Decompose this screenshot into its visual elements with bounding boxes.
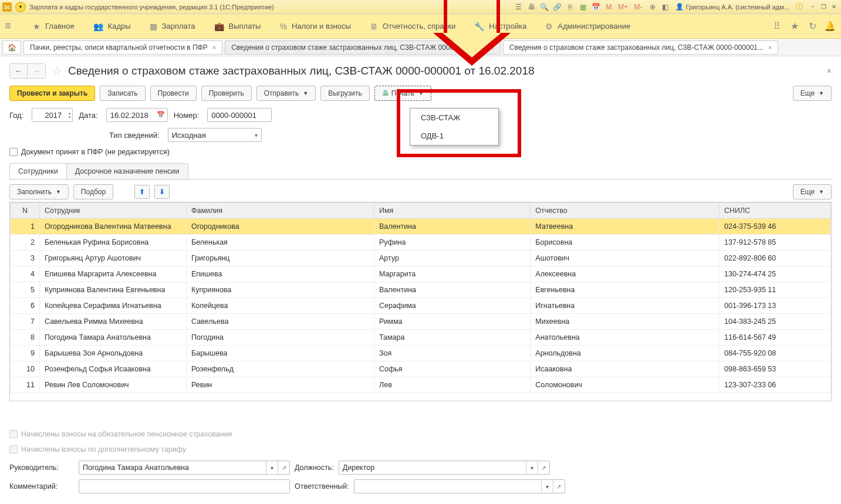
menu-nastroika[interactable]: 🔧Настройка: [465, 14, 536, 38]
tab-szv2[interactable]: Сведения о страховом стаже застрахованны…: [503, 40, 779, 55]
favorite-icon[interactable]: ☆: [52, 64, 62, 78]
tab-pfr[interactable]: Пачки, реестры, описи квартальной отчетн…: [23, 40, 222, 55]
table-row[interactable]: 5 Куприянова Валентина Евгеньевна Куприя…: [11, 282, 831, 298]
table-row[interactable]: 4 Епишева Маргарита Алексеевна Епишева М…: [11, 266, 831, 282]
move-down-button[interactable]: ⬇: [154, 185, 170, 199]
fill-button[interactable]: Заполнить▼: [9, 184, 69, 199]
col-snils[interactable]: СНИЛС: [720, 203, 831, 219]
table-row[interactable]: 1 Огородникова Валентина Матвеевна Огоро…: [11, 219, 831, 235]
back-button[interactable]: ←: [10, 64, 28, 78]
mplus-icon[interactable]: M+: [617, 2, 630, 12]
post-and-close-button[interactable]: Провести и закрыть: [9, 86, 95, 101]
bell-icon[interactable]: 🔔: [823, 20, 836, 33]
tab-pension[interactable]: Досрочное назначение пенсии: [66, 163, 188, 179]
save-button[interactable]: Записать: [100, 86, 145, 101]
minimize-icon[interactable]: −: [808, 3, 818, 11]
menu-kadry[interactable]: 👥Кадры: [84, 14, 140, 38]
calc-icon[interactable]: ▦: [578, 2, 589, 12]
table-row[interactable]: 8 Погодина Тамара Анатольевна Погодина Т…: [11, 330, 831, 346]
print-odv1[interactable]: ОДВ-1: [410, 127, 498, 145]
close-icon[interactable]: ×: [212, 44, 216, 51]
employees-table[interactable]: N Сотрудник Фамилия Имя Отчество СНИЛС 1…: [9, 202, 832, 401]
tab-employees[interactable]: Сотрудники: [9, 163, 67, 179]
close-icon[interactable]: ×: [768, 44, 772, 51]
print-button[interactable]: 🖶Печать▼: [374, 86, 431, 101]
bottom-form: Начислены взносы на обязательное пенсион…: [9, 430, 832, 498]
open-icon[interactable]: ↗: [538, 461, 549, 474]
number-field[interactable]: 0000-000001: [207, 108, 272, 122]
info-icon[interactable]: ⓘ: [794, 2, 805, 12]
table-row[interactable]: 10 Розенфельд Софья Исааковна Розенфельд…: [11, 361, 831, 377]
responsible-field[interactable]: ▾↗: [354, 479, 565, 493]
user-section[interactable]: 👤 Григорьянц А.А. (системный адм...: [675, 3, 789, 11]
m-icon[interactable]: M: [604, 2, 614, 12]
year-field[interactable]: 2017: [32, 108, 73, 122]
send-button[interactable]: Отправить▼: [256, 86, 316, 101]
type-select[interactable]: Исходная: [168, 128, 262, 142]
chevron-down-icon[interactable]: ▾: [266, 461, 278, 474]
close-icon[interactable]: ×: [490, 44, 494, 51]
col-employee[interactable]: Сотрудник: [40, 203, 187, 219]
close-icon[interactable]: ×: [827, 66, 832, 76]
link-icon[interactable]: 🔗: [552, 2, 563, 12]
home-tab[interactable]: 🏠: [2, 40, 21, 55]
chk-additional-tariff: [9, 445, 18, 454]
menu-zarplata[interactable]: ▦Зарплата: [140, 14, 205, 38]
star-icon: ★: [33, 22, 40, 31]
col-name[interactable]: Имя: [374, 203, 531, 219]
fav-icon[interactable]: ★: [788, 20, 801, 33]
col-patronymic[interactable]: Отчество: [531, 203, 720, 219]
chevron-down-icon[interactable]: ▾: [526, 461, 538, 474]
maximize-icon[interactable]: ❐: [819, 3, 828, 11]
history-icon[interactable]: ↻: [806, 20, 819, 33]
print-icon[interactable]: 🖶: [526, 2, 537, 12]
close-icon[interactable]: ✕: [829, 3, 839, 11]
export-button[interactable]: Выгрузить: [320, 86, 370, 101]
table-row[interactable]: 6 Копейцева Серафима Игнатьевна Копейцев…: [11, 298, 831, 314]
move-up-button[interactable]: ⬆: [134, 185, 150, 199]
menu-nalogi[interactable]: %Налоги и взносы: [270, 14, 360, 38]
tab-szv1[interactable]: Сведения о страховом стаже застрахованны…: [225, 40, 501, 55]
wrench-icon: 🔧: [474, 22, 484, 31]
compare-icon[interactable]: ⎘: [565, 2, 576, 12]
open-icon[interactable]: ↗: [278, 461, 289, 474]
table-row[interactable]: 2 Беленькая Руфина Борисовна Беленькая Р…: [11, 235, 831, 251]
apps-icon[interactable]: ⠿: [771, 20, 783, 33]
menu-admin[interactable]: ⚙Администрирование: [536, 14, 640, 38]
zoom-icon[interactable]: ⊕: [647, 2, 658, 12]
app-logo: 1c: [2, 2, 12, 12]
print-szv-stazh[interactable]: СЗВ-СТАЖ: [410, 109, 498, 127]
burger-icon[interactable]: ≡: [5, 20, 19, 32]
comment-label: Комментарий:: [9, 482, 74, 491]
forward-button[interactable]: →: [28, 64, 45, 78]
main-dropdown-icon[interactable]: ▾: [15, 2, 26, 12]
mminus-icon[interactable]: M-: [632, 2, 645, 12]
table-row[interactable]: 11 Ревин Лев Соломонович Ревин Лев Солом…: [11, 377, 831, 393]
panel-icon[interactable]: ◧: [660, 2, 671, 12]
table-row[interactable]: 7 Савельева Римма Михеевна Савельева Рим…: [11, 314, 831, 330]
date-field[interactable]: 16.02.2018: [106, 108, 168, 122]
check-button[interactable]: Проверить: [201, 86, 252, 101]
pfr-checkbox[interactable]: [9, 148, 18, 156]
select-button[interactable]: Подбор: [73, 184, 113, 199]
chk-pension-ins-label: Начислены взносы на обязательное пенсион…: [21, 430, 232, 438]
menu-main[interactable]: ★Главное: [23, 14, 84, 38]
open-icon[interactable]: ↗: [553, 480, 565, 493]
table-more-button[interactable]: Еще▼: [793, 184, 832, 199]
chevron-down-icon[interactable]: ▾: [541, 480, 553, 493]
calendar-icon[interactable]: 📅: [591, 2, 602, 12]
table-row[interactable]: 3 Григорьянц Артур Ашотович Григорьянц А…: [11, 251, 831, 266]
search-icon[interactable]: 🔍: [539, 2, 550, 12]
table-row[interactable]: 9 Барышева Зоя Арнольдовна Барышева Зоя …: [11, 346, 831, 361]
position-field[interactable]: Директор▾↗: [339, 461, 550, 475]
col-n[interactable]: N: [11, 203, 40, 219]
post-button[interactable]: Провести: [150, 86, 197, 101]
col-surname[interactable]: Фамилия: [187, 203, 374, 219]
nav-icon[interactable]: ☰: [514, 2, 524, 12]
menu-vyplaty[interactable]: 💼Выплаты: [205, 14, 271, 38]
menu-otchet[interactable]: 🗎Отчетность, справки: [360, 14, 465, 38]
comment-field[interactable]: [79, 479, 290, 493]
manager-field[interactable]: Погодина Тамара Анатольевна▾↗: [79, 461, 290, 475]
number-label: Номер:: [174, 111, 200, 120]
more-button[interactable]: Еще▼: [793, 86, 832, 101]
